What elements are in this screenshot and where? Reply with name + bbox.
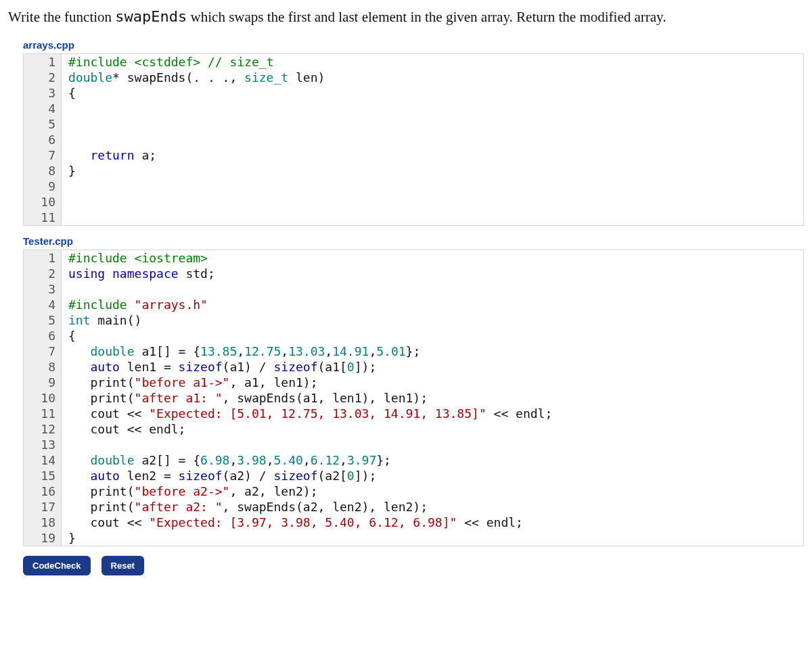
code-line: cout << "Expected: [3.97, 3.98, 5.40, 6.… (62, 515, 803, 530)
code-line: #include <iostream> (62, 250, 803, 266)
code-line[interactable] (62, 132, 803, 147)
code-line[interactable]: return a; (62, 147, 803, 163)
line-number: 9 (24, 179, 62, 194)
code-line: print("after a2: ", swapEnds(a2, len2), … (62, 499, 803, 515)
line-number: 4 (24, 297, 62, 312)
line-number: 18 (24, 515, 62, 530)
code-editor-arrays[interactable]: 1#include <cstddef> // size_t 2double* s… (23, 53, 804, 226)
code-line: print("before a2->", a2, len2); (62, 483, 803, 499)
line-number: 2 (24, 70, 62, 85)
line-number: 9 (24, 375, 62, 390)
code-line: print("before a1->", a1, len1); (62, 375, 803, 390)
line-number: 6 (24, 132, 62, 147)
code-line: double a1[] = {13.85,12.75,13.03,14.91,5… (62, 344, 803, 359)
line-number: 12 (24, 421, 62, 437)
filename-arrays: arrays.cpp (23, 39, 804, 51)
line-number: 15 (24, 468, 62, 483)
problem-prompt: Write the function swapEnds which swaps … (8, 7, 804, 27)
line-number: 14 (24, 452, 62, 468)
line-number: 1 (24, 250, 62, 266)
line-number: 5 (24, 116, 62, 132)
line-number: 10 (24, 194, 62, 210)
filename-tester: Tester.cpp (23, 235, 804, 247)
line-number: 17 (24, 499, 62, 515)
code-line[interactable]: #include <cstddef> // size_t (62, 54, 803, 70)
code-line: double a2[] = {6.98,3.98,5.40,6.12,3.97}… (62, 452, 803, 468)
code-line[interactable] (62, 101, 803, 116)
code-line: #include "arrays.h" (62, 297, 803, 312)
code-line[interactable] (62, 179, 803, 194)
line-number: 16 (24, 483, 62, 499)
code-line[interactable] (62, 116, 803, 132)
code-line: print("after a1: ", swapEnds(a1, len1), … (62, 390, 803, 406)
code-line (62, 281, 803, 297)
code-line: auto len2 = sizeof(a2) / sizeof(a2[0]); (62, 468, 803, 483)
line-number: 11 (24, 406, 62, 421)
code-viewer-tester: 1#include <iostream> 2using namespace st… (23, 250, 804, 546)
line-number: 6 (24, 328, 62, 344)
button-row: CodeCheck Reset (23, 556, 804, 575)
code-line: int main() (62, 312, 803, 328)
line-number: 8 (24, 163, 62, 179)
line-number: 3 (24, 281, 62, 297)
code-line[interactable] (62, 210, 803, 225)
line-number: 3 (24, 85, 62, 101)
line-number: 10 (24, 390, 62, 406)
line-number: 8 (24, 359, 62, 375)
prompt-post: which swaps the first and last element i… (187, 9, 666, 25)
codecheck-button[interactable]: CodeCheck (23, 556, 91, 575)
reset-button[interactable]: Reset (102, 556, 144, 575)
code-line: } (62, 530, 803, 546)
line-number: 11 (24, 210, 62, 225)
code-line (62, 437, 803, 452)
code-line[interactable]: { (62, 85, 803, 101)
line-number: 4 (24, 101, 62, 116)
prompt-fn: swapEnds (115, 8, 187, 25)
line-number: 2 (24, 266, 62, 281)
code-line[interactable] (62, 194, 803, 210)
prompt-pre: Write the function (8, 9, 115, 25)
line-number: 1 (24, 54, 62, 70)
code-line: { (62, 328, 803, 344)
line-number: 19 (24, 530, 62, 546)
code-line[interactable]: double* swapEnds(. . ., size_t len) (62, 70, 803, 85)
line-number: 7 (24, 147, 62, 163)
line-number: 7 (24, 344, 62, 359)
line-number: 13 (24, 437, 62, 452)
code-line: using namespace std; (62, 266, 803, 281)
code-line: cout << endl; (62, 421, 803, 437)
code-line: auto len1 = sizeof(a1) / sizeof(a1[0]); (62, 359, 803, 375)
code-line[interactable]: } (62, 163, 803, 179)
code-line: cout << "Expected: [5.01, 12.75, 13.03, … (62, 406, 803, 421)
line-number: 5 (24, 312, 62, 328)
